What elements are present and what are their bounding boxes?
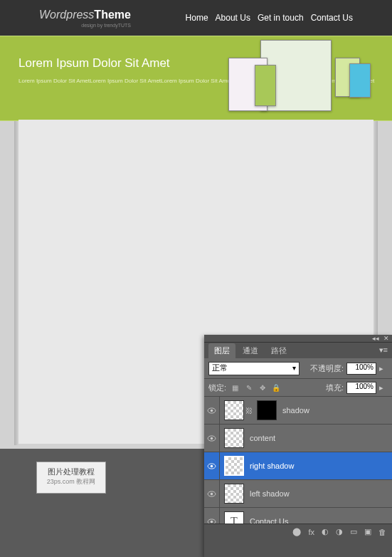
panel-menu-icon[interactable]: ▾≡ [379,345,388,355]
lock-pixels-icon[interactable]: ✎ [244,383,253,392]
delete-layer-icon[interactable]: 🗑 [378,528,386,536]
layer-name[interactable]: right shadow [250,462,294,470]
lock-transparent-icon[interactable]: ▦ [231,383,240,392]
link-layers-icon[interactable]: ⬤ [292,527,301,536]
layer-row[interactable]: T Contact Us [204,508,392,524]
watermark-badge: 图片处理教程 23ps.com 教程网 [36,462,106,494]
panel-resize-handle[interactable] [382,547,392,557]
nav-contact[interactable]: Contact Us [311,13,353,23]
visibility-toggle[interactable] [204,397,220,424]
layer-thumbnail[interactable] [224,428,244,448]
visibility-toggle[interactable] [204,480,220,507]
nav-about[interactable]: About Us [216,13,250,23]
logo-part2: Theme [94,9,131,21]
tab-channels[interactable]: 通道 [237,343,264,358]
tab-layers[interactable]: 图层 [208,343,235,358]
layer-thumbnail[interactable] [224,484,244,504]
opacity-input[interactable]: 100% [346,363,376,375]
layer-row[interactable]: ⛓ shadow [204,397,392,425]
hero-banner: Lorem Ipsum Dolor Sit Amet Lorem Ipsum D… [0,36,392,121]
panel-footer: ⬤ fx ◐ ◑ ▭ ▣ 🗑 [204,524,392,539]
logo-part1: Wordpress [39,9,94,21]
panel-titlebar[interactable]: ◂◂ ✕ [204,335,392,343]
layer-row[interactable]: right shadow [204,452,392,480]
hero-thumbnails [225,43,374,118]
svg-point-5 [211,464,213,467]
mock-thumb [255,65,276,106]
group-icon[interactable]: ▭ [350,527,357,536]
svg-point-1 [211,409,213,412]
svg-point-3 [211,437,213,439]
new-layer-icon[interactable]: ▣ [364,527,371,536]
logo-subtitle: design by trendyTUTS [39,23,131,28]
layer-name[interactable]: Contact Us [250,517,288,524]
mock-thumb [349,63,371,98]
layer-name[interactable]: content [250,434,275,442]
lock-all-icon[interactable]: 🔒 [271,383,280,392]
visibility-toggle[interactable] [204,425,220,452]
panel-collapse-icon[interactable]: ◂◂ [372,335,379,342]
badge-line2: 23ps.com 教程网 [38,477,104,486]
badge-line1: 图片处理教程 [38,467,104,477]
nav-home[interactable]: Home [186,13,208,23]
main-nav: Home About Us Get in touch Contact Us [186,13,353,23]
visibility-toggle[interactable] [204,508,220,524]
blend-mode-select[interactable]: 正常 [208,362,300,375]
panel-tabs: 图层 通道 路径 ▾≡ [204,343,392,358]
blend-opacity-row: 正常 不透明度: 100% ▸ [204,358,392,379]
fx-icon[interactable]: fx [308,528,314,536]
layer-name[interactable]: shadow [282,406,309,415]
layer-thumbnail[interactable] [224,456,244,476]
layer-row[interactable]: content [204,425,392,452]
fill-label: 填充: [326,382,344,393]
nav-touch[interactable]: Get in touch [258,13,304,23]
lock-label: 锁定: [208,382,226,393]
opacity-flyout-icon[interactable]: ▸ [379,364,388,373]
layer-row[interactable]: left shadow [204,480,392,508]
mask-thumbnail[interactable] [257,400,277,420]
fill-flyout-icon[interactable]: ▸ [379,383,388,392]
fill-input[interactable]: 100% [346,382,376,394]
layer-name[interactable]: left shadow [250,489,290,498]
visibility-toggle[interactable] [204,452,220,479]
lock-position-icon[interactable]: ✥ [258,383,267,392]
photoshop-layers-panel: ◂◂ ✕ 图层 通道 路径 ▾≡ 正常 不透明度: 100% ▸ 锁定: ▦ ✎… [204,335,392,557]
site-topbar: WordpressTheme design by trendyTUTS Home… [0,0,392,36]
text-layer-thumbnail[interactable]: T [224,511,244,524]
opacity-label: 不透明度: [310,363,344,374]
layer-thumbnail[interactable] [224,400,244,420]
svg-point-7 [211,492,213,495]
svg-point-9 [211,520,213,523]
panel-close-icon[interactable]: ✕ [383,335,389,342]
lock-icons: ▦ ✎ ✥ 🔒 [231,383,280,392]
mask-icon[interactable]: ◐ [322,527,329,536]
adjustment-icon[interactable]: ◑ [336,527,343,536]
lock-fill-row: 锁定: ▦ ✎ ✥ 🔒 填充: 100% ▸ [204,379,392,397]
site-logo[interactable]: WordpressTheme design by trendyTUTS [39,9,131,28]
layers-list[interactable]: ⛓ shadow content right shadow left shado… [204,397,392,524]
tab-paths[interactable]: 路径 [265,343,292,358]
link-icon: ⛓ [245,407,253,415]
